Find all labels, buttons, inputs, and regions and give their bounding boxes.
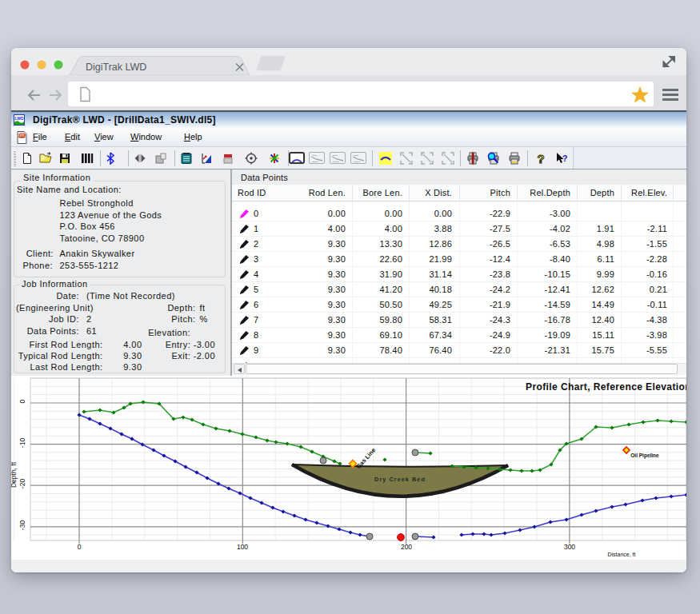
svg-text:0: 0 [18,399,26,403]
svg-text:Dry Creek Bed: Dry Creek Bed [374,476,426,483]
svg-text:LWD: LWD [14,116,23,121]
svg-text:200: 200 [401,543,412,551]
svg-text:DigiTrak LWD: DigiTrak LWD [86,62,146,73]
svg-text:?: ? [562,154,568,163]
svg-text:Depth, ft: Depth, ft [11,461,18,488]
svg-text:DRL: DRL [18,134,26,138]
svg-text:-20: -20 [18,479,26,489]
svg-text:0: 0 [78,543,82,551]
svg-text:100: 100 [237,543,248,551]
svg-text:?: ? [537,152,544,165]
svg-text:Oil Pipeline: Oil Pipeline [630,453,659,459]
svg-text:-30: -30 [18,520,26,531]
svg-text:Distance, ft: Distance, ft [607,552,635,557]
svg-text:Profile Chart, Reference Eleva: Profile Chart, Reference Elevation [526,381,686,393]
svg-text:300: 300 [564,543,575,551]
svg-text:-10: -10 [18,438,26,449]
